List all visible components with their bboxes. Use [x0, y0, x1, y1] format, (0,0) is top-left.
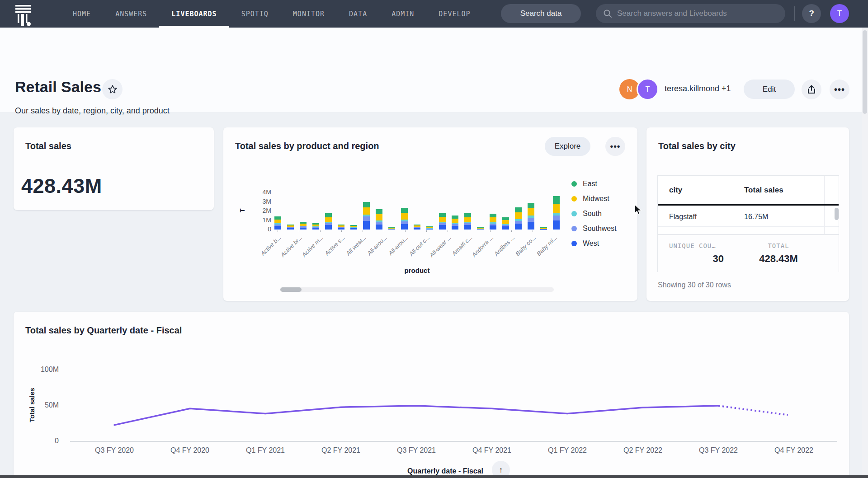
bar-x-tick-label[interactable]: Active br... — [279, 234, 304, 258]
bar-segment-midwest[interactable] — [502, 220, 509, 224]
stacked-bar[interactable] — [350, 225, 357, 230]
stacked-bar[interactable] — [515, 207, 522, 230]
bar-x-tick-label[interactable]: All weat... — [344, 234, 367, 257]
bar-segment-midwest[interactable] — [325, 217, 332, 222]
bar-x-tick-label[interactable]: Active b... — [259, 234, 283, 257]
bar-x-tick-label[interactable]: All-out c... — [408, 234, 431, 257]
bar-segment-west[interactable] — [477, 229, 484, 230]
stacked-bar[interactable] — [540, 227, 547, 230]
nav-item-develop[interactable]: DEVELOP — [426, 0, 482, 28]
bar-segment-west[interactable] — [528, 222, 534, 230]
bar-segment-east[interactable] — [401, 208, 408, 213]
more-options-button[interactable]: ••• — [830, 80, 849, 99]
bar-segment-west[interactable] — [312, 228, 319, 230]
bar-segment-east[interactable] — [490, 214, 496, 217]
bar-segment-west[interactable] — [350, 228, 357, 230]
stacked-bar[interactable] — [528, 203, 534, 230]
bar-segment-east[interactable] — [528, 203, 534, 208]
stacked-bar[interactable] — [502, 217, 509, 230]
bar-segment-midwest[interactable] — [439, 217, 446, 221]
thoughtspot-logo-icon[interactable] — [14, 4, 33, 28]
line-x-axis-title[interactable]: Quarterly date - Fiscal — [398, 467, 493, 475]
bar-segment-west[interactable] — [515, 224, 522, 230]
bar-x-tick-label[interactable]: All-arou... — [366, 234, 389, 257]
bar-segment-east[interactable] — [553, 196, 560, 203]
bar-x-tick-label[interactable]: Active m... — [301, 234, 325, 258]
line-x-tick-label[interactable]: Q1 FY 2021 — [227, 446, 304, 455]
stacked-bar[interactable] — [426, 226, 433, 230]
bar-segment-west[interactable] — [401, 224, 408, 230]
bar-segment-west[interactable] — [426, 229, 433, 230]
nav-item-liveboards[interactable]: LIVEBOARDS — [159, 0, 229, 28]
stacked-bar[interactable] — [300, 222, 307, 230]
global-search-input[interactable]: Search answers and Liveboards — [596, 4, 785, 23]
owner-avatars[interactable]: N T — [619, 79, 658, 99]
sales-line[interactable] — [114, 406, 718, 425]
bar-x-tick-label[interactable]: Amalfi c... — [451, 234, 474, 257]
card-total-sales[interactable]: Total sales 428.43M — [14, 127, 214, 210]
bar-segment-east[interactable] — [439, 213, 446, 217]
stacked-bar[interactable] — [274, 216, 281, 230]
bar-segment-west[interactable] — [452, 226, 458, 230]
bar-segment-midwest[interactable] — [452, 219, 458, 223]
stacked-bar[interactable] — [452, 216, 458, 230]
line-x-tick-label[interactable]: Q2 FY 2022 — [604, 446, 681, 455]
bar-chart-hscrollbar[interactable] — [280, 287, 554, 292]
search-data-button[interactable]: Search data — [501, 4, 581, 23]
bar-segment-midwest[interactable] — [274, 220, 281, 223]
bar-segment-west[interactable] — [338, 228, 344, 230]
nav-item-home[interactable]: HOME — [61, 0, 103, 28]
help-button[interactable]: ? — [802, 4, 821, 23]
nav-item-admin[interactable]: ADMIN — [379, 0, 426, 28]
bar-x-tick-label[interactable]: All-arou... — [387, 234, 410, 257]
bar-segment-west[interactable] — [274, 226, 281, 230]
line-x-tick-label[interactable]: Q3 FY 2022 — [680, 446, 757, 455]
bar-segment-southwest[interactable] — [528, 218, 534, 221]
edit-button[interactable]: Edit — [744, 80, 795, 99]
stacked-bar[interactable] — [312, 223, 319, 230]
line-x-tick-label[interactable]: Q4 FY 2022 — [755, 446, 832, 455]
stacked-bar[interactable] — [464, 213, 471, 230]
nav-item-data[interactable]: DATA — [337, 0, 379, 28]
bar-segment-west[interactable] — [287, 228, 294, 230]
page-scrollbar[interactable] — [862, 28, 868, 475]
stacked-bar[interactable] — [363, 202, 370, 230]
bar-segment-east[interactable] — [325, 213, 332, 217]
bar-segment-west[interactable] — [388, 229, 395, 230]
bar-segment-west[interactable] — [439, 225, 446, 230]
bar-x-tick-label[interactable]: Andorra ... — [471, 234, 495, 258]
nav-item-monitor[interactable]: MONITOR — [281, 0, 337, 28]
legend-item-west[interactable]: West — [571, 236, 617, 251]
sales-line-forecast[interactable] — [718, 406, 788, 415]
column-header-total-sales[interactable]: Total sales — [733, 186, 824, 195]
user-avatar[interactable]: T — [830, 4, 849, 23]
bar-segment-midwest[interactable] — [464, 217, 471, 222]
bar-y-axis-title[interactable]: T — [239, 209, 246, 213]
bar-segment-midwest[interactable] — [401, 213, 408, 219]
share-button[interactable] — [802, 80, 821, 99]
bar-x-tick-label[interactable]: Baby co... — [514, 234, 537, 257]
bar-x-tick-label[interactable]: All-wear ... — [428, 234, 453, 258]
bar-segment-west[interactable] — [363, 221, 370, 230]
explore-button[interactable]: Explore — [545, 137, 590, 156]
legend-item-south[interactable]: South — [571, 206, 617, 221]
bar-segment-west[interactable] — [376, 225, 382, 230]
line-x-tick-label[interactable]: Q1 FY 2022 — [529, 446, 606, 455]
bar-segment-midwest[interactable] — [528, 208, 534, 216]
nav-item-spotiq[interactable]: SPOTIQ — [229, 0, 281, 28]
bar-segment-east[interactable] — [274, 216, 281, 220]
bar-segment-west[interactable] — [490, 225, 496, 230]
stacked-bar[interactable] — [490, 214, 496, 230]
bar-segment-midwest[interactable] — [553, 204, 560, 213]
bar-segment-southwest[interactable] — [363, 216, 370, 220]
stacked-bar[interactable] — [553, 196, 560, 230]
stacked-bar[interactable] — [401, 208, 408, 230]
bar-x-tick-label[interactable]: Baby mi... — [535, 234, 558, 257]
line-x-tick-label[interactable]: Q4 FY 2021 — [453, 446, 530, 455]
nav-item-answers[interactable]: ANSWERS — [103, 0, 159, 28]
bar-segment-midwest[interactable] — [376, 214, 382, 220]
stacked-bar[interactable] — [388, 227, 395, 230]
bar-segment-west[interactable] — [553, 220, 560, 230]
line-x-tick-label[interactable]: Q3 FY 2021 — [378, 446, 455, 455]
table-vscrollbar-thumb[interactable] — [835, 208, 839, 220]
